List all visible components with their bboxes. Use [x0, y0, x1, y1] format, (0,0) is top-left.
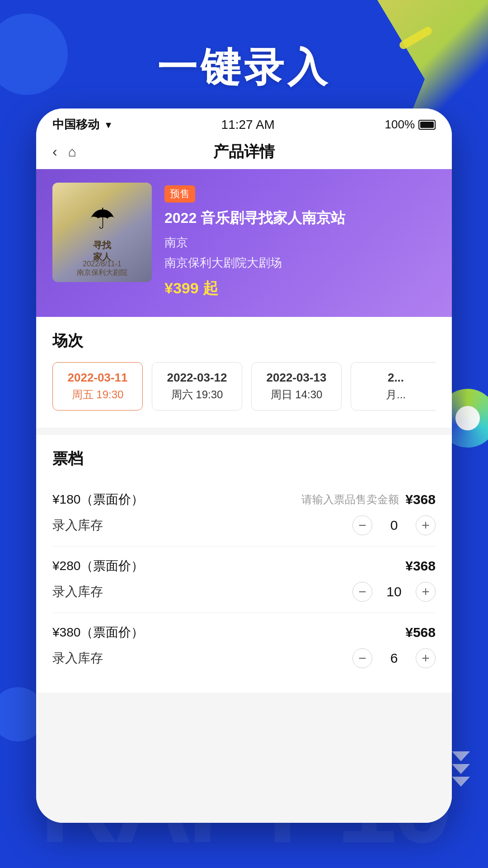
poster-bottom-info: 2022/8/11-1南京保利大剧院	[77, 260, 127, 278]
bg-arrow-1	[452, 751, 470, 761]
product-location: 南京	[164, 235, 436, 250]
schedule-title: 场次	[52, 330, 436, 351]
time-display: 11:27 AM	[221, 118, 275, 132]
back-button[interactable]: ‹	[52, 143, 57, 160]
stock-value-2: 6	[385, 651, 403, 666]
stock-value-0: 0	[385, 518, 403, 533]
bg-decoration-arrows	[452, 751, 470, 787]
product-poster: ☂ 寻找家人 2022/8/11-1南京保利大剧院	[52, 183, 152, 282]
ticket-face-1: ¥280（票面价）	[52, 557, 144, 575]
product-title: 2022 音乐剧寻找家人南京站	[164, 208, 436, 228]
stock-minus-2[interactable]: −	[352, 648, 372, 668]
scroll-area: ☂ 寻找家人 2022/8/11-1南京保利大剧院 预售 2022 音乐剧寻找家…	[36, 169, 452, 823]
bg-decoration-ring-inner	[455, 406, 480, 430]
main-title: 一键录入	[0, 41, 488, 94]
stock-plus-2[interactable]: +	[416, 648, 436, 668]
carrier-text: 中国移动	[52, 117, 99, 132]
product-header: ☂ 寻找家人 2022/8/11-1南京保利大剧院 预售 2022 音乐剧寻找家…	[36, 169, 452, 317]
status-bar: 中国移动 ▾ 11:27 AM 100%	[36, 108, 452, 137]
stock-controls-2: − 6 +	[352, 648, 436, 668]
schedule-btn-1[interactable]: 2022-03-12 周六 19:30	[152, 362, 242, 410]
stock-controls-1: − 10 +	[352, 582, 436, 602]
schedule-btn-3[interactable]: 2... 月...	[351, 362, 436, 410]
stock-controls-0: − 0 +	[352, 515, 436, 535]
schedule-date-1: 2022-03-12	[165, 371, 229, 385]
ticket-face-0: ¥180（票面价）	[52, 491, 144, 508]
home-button[interactable]: ⌂	[68, 144, 76, 160]
schedule-date-0: 2022-03-11	[66, 371, 130, 385]
wifi-icon: ▾	[106, 118, 111, 131]
schedule-time-2: 周日 14:30	[264, 387, 328, 402]
stock-label-2: 录入库存	[52, 650, 103, 667]
presale-badge: 预售	[164, 185, 195, 203]
product-venue: 南京保利大剧院大剧场	[164, 255, 436, 271]
bg-arrow-2	[452, 764, 470, 774]
schedule-section: 场次 2022-03-11 周五 19:30 2022-03-12 周六 19:…	[36, 317, 452, 428]
schedule-date-3: 2...	[364, 371, 428, 385]
tickets-title: 票档	[52, 448, 436, 469]
battery-icon	[418, 120, 436, 130]
bg-arrow-3	[452, 777, 470, 787]
schedule-time-1: 周六 19:30	[165, 387, 229, 402]
stock-label-1: 录入库存	[52, 583, 103, 600]
schedule-row: 2022-03-11 周五 19:30 2022-03-12 周六 19:30 …	[52, 362, 436, 414]
ticket-sell-0: ¥368	[405, 492, 436, 507]
stock-minus-1[interactable]: −	[352, 582, 372, 602]
schedule-time-3: 月...	[364, 387, 428, 402]
ticket-item-2: ¥380（票面价） ¥568 录入库存 − 6 +	[52, 613, 436, 679]
stock-plus-1[interactable]: +	[416, 582, 436, 602]
ticket-item-1: ¥280（票面价） ¥368 录入库存 − 10 +	[52, 547, 436, 613]
stock-value-1: 10	[385, 584, 403, 599]
ticket-face-2: ¥380（票面价）	[52, 624, 144, 641]
ticket-sell-1: ¥368	[405, 558, 436, 574]
tickets-section: 票档 ¥180（票面价） 请输入票品售卖金额 ¥368 录入库存 −	[36, 435, 452, 693]
poster-text: 寻找家人	[93, 239, 111, 263]
schedule-date-2: 2022-03-13	[264, 371, 328, 385]
stock-label-0: 录入库存	[52, 517, 103, 534]
schedule-btn-0[interactable]: 2022-03-11 周五 19:30	[52, 362, 143, 410]
battery-percent: 100%	[385, 118, 415, 132]
ticket-sell-2: ¥568	[405, 625, 436, 640]
ticket-input-label-0: 请输入票品售卖金额	[301, 492, 399, 507]
schedule-btn-2[interactable]: 2022-03-13 周日 14:30	[251, 362, 342, 410]
bottom-padding	[36, 700, 452, 727]
stock-plus-0[interactable]: +	[416, 515, 436, 535]
schedule-time-0: 周五 19:30	[66, 387, 130, 402]
product-price: ¥399 起	[164, 278, 436, 299]
stock-minus-0[interactable]: −	[352, 515, 372, 535]
nav-bar: ‹ ⌂ 产品详情	[36, 137, 452, 169]
phone-frame: 中国移动 ▾ 11:27 AM 100% ‹ ⌂ 产品详情 ☂ 寻找	[36, 108, 452, 823]
ticket-item-0: ¥180（票面价） 请输入票品售卖金额 ¥368 录入库存 − 0 +	[52, 480, 436, 547]
page-title: 产品详情	[213, 142, 275, 162]
product-info: 预售 2022 音乐剧寻找家人南京站 南京 南京保利大剧院大剧场 ¥399 起	[164, 183, 436, 299]
